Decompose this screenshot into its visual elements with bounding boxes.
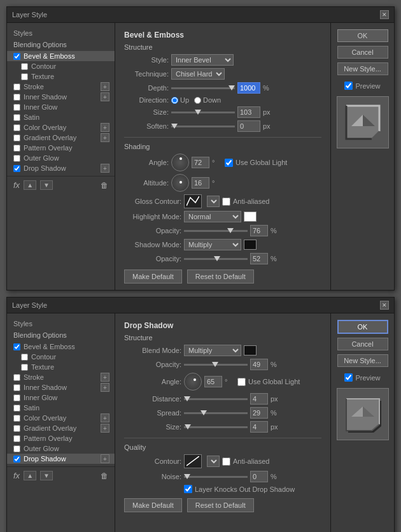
- dialog1-preview-item[interactable]: Preview: [344, 82, 380, 90]
- dialog1-color-overlay-label[interactable]: Color Overlay: [24, 124, 66, 131]
- dialog2-drop-shadow-plus[interactable]: +: [101, 454, 109, 463]
- dialog2-layer-item-bevel[interactable]: Bevel & Emboss: [7, 341, 115, 352]
- dialog2-move-up-btn[interactable]: ▲: [24, 471, 36, 480]
- dialog1-style-select[interactable]: Inner Bevel Outer Bevel Emboss Pillow Em…: [171, 54, 234, 66]
- dialog2-stroke-label[interactable]: Stroke: [24, 373, 44, 381]
- dialog1-drop-shadow-checkbox[interactable]: [13, 165, 20, 172]
- dialog2-blending-options[interactable]: Blending Options: [7, 330, 115, 340]
- dialog2-distance-slider[interactable]: [184, 398, 248, 400]
- dialog2-layer-item-stroke[interactable]: Stroke +: [7, 372, 115, 382]
- dialog2-cancel-btn[interactable]: Cancel: [337, 338, 388, 350]
- dialog2-outer-glow-label[interactable]: Outer Glow: [24, 445, 59, 452]
- dialog1-inner-glow-checkbox[interactable]: [13, 104, 20, 111]
- dialog1-contour-label[interactable]: Contour: [31, 62, 56, 70]
- dialog2-pattern-overlay-label[interactable]: Pattern Overlay: [24, 435, 72, 442]
- dialog2-contour-label[interactable]: Contour: [31, 353, 56, 361]
- dialog1-layer-item-contour[interactable]: Contour: [7, 61, 115, 71]
- dialog2-layer-item-pattern-overlay[interactable]: Pattern Overlay: [7, 433, 115, 443]
- dialog1-direction-down[interactable]: Down: [194, 96, 221, 104]
- dialog1-shadow-color-swatch[interactable]: [244, 240, 257, 250]
- dialog2-inner-glow-checkbox[interactable]: [13, 394, 20, 401]
- dialog2-drop-shadow-label[interactable]: Drop Shadow: [24, 455, 66, 463]
- dialog2-inner-shadow-plus[interactable]: +: [101, 383, 109, 392]
- dialog2-inner-shadow-checkbox[interactable]: [13, 384, 20, 391]
- dialog1-anti-aliased-item[interactable]: Anti-aliased: [222, 198, 269, 206]
- dialog2-preview-item[interactable]: Preview: [344, 373, 380, 382]
- dialog1-stroke-checkbox[interactable]: [13, 83, 20, 90]
- dialog2-color-overlay-plus[interactable]: +: [101, 413, 109, 422]
- dialog2-color-overlay-checkbox[interactable]: [13, 415, 20, 422]
- dialog1-depth-slider[interactable]: [171, 87, 235, 89]
- dialog1-layer-item-stroke[interactable]: Stroke +: [7, 82, 115, 92]
- dialog2-contour-preview[interactable]: [184, 454, 202, 468]
- dialog2-noise-input[interactable]: [250, 471, 268, 482]
- dialog1-ok-btn[interactable]: OK: [337, 29, 388, 42]
- dialog1-pattern-overlay-checkbox[interactable]: [13, 145, 20, 152]
- dialog1-satin-label[interactable]: Satin: [24, 113, 39, 121]
- dialog2-bevel-checkbox[interactable]: [13, 343, 20, 350]
- dialog1-layer-item-gradient-overlay[interactable]: Gradient Overlay +: [7, 133, 115, 143]
- dialog2-inner-shadow-label[interactable]: Inner Shadow: [24, 384, 67, 391]
- dialog1-stroke-label[interactable]: Stroke: [24, 83, 44, 90]
- dialog2-layer-item-gradient-overlay[interactable]: Gradient Overlay +: [7, 423, 115, 433]
- dialog2-layer-item-outer-glow[interactable]: Outer Glow: [7, 443, 115, 454]
- dialog2-spread-input[interactable]: [250, 407, 268, 419]
- dialog2-satin-label[interactable]: Satin: [24, 404, 39, 412]
- dialog2-size-slider[interactable]: [184, 426, 248, 428]
- dialog2-outer-glow-checkbox[interactable]: [13, 445, 20, 452]
- dialog1-inner-shadow-checkbox[interactable]: [13, 94, 20, 101]
- dialog1-new-style-btn[interactable]: New Style...: [337, 62, 388, 75]
- dialog1-direction-up[interactable]: Up: [171, 96, 189, 104]
- dialog1-gradient-overlay-label[interactable]: Gradient Overlay: [24, 134, 76, 141]
- dialog2-move-down-btn[interactable]: ▼: [40, 471, 53, 480]
- dialog1-color-overlay-checkbox[interactable]: [13, 124, 20, 131]
- dialog1-altitude-dial[interactable]: [171, 174, 189, 192]
- dialog1-gradient-overlay-plus[interactable]: +: [101, 133, 109, 142]
- dialog1-highlight-color-swatch[interactable]: [244, 212, 257, 222]
- dialog1-make-default-btn[interactable]: Make Default: [124, 270, 182, 284]
- dialog1-layer-item-inner-shadow[interactable]: Inner Shadow +: [7, 92, 115, 102]
- dialog2-make-default-btn[interactable]: Make Default: [124, 498, 182, 512]
- dialog1-global-light-checkbox[interactable]: [225, 159, 233, 167]
- dialog1-inner-glow-label[interactable]: Inner Glow: [24, 103, 57, 111]
- dialog1-contour-select[interactable]: [207, 196, 220, 207]
- dialog1-layer-item-color-overlay[interactable]: Color Overlay +: [7, 122, 115, 133]
- dialog1-bevel-label[interactable]: Bevel & Emboss: [24, 52, 75, 60]
- dialog1-size-input[interactable]: [237, 106, 260, 118]
- dialog1-outer-glow-checkbox[interactable]: [13, 155, 20, 162]
- dialog2-size-input[interactable]: [250, 421, 268, 433]
- dialog2-opacity-input[interactable]: [250, 359, 268, 370]
- dialog1-cancel-btn[interactable]: Cancel: [337, 46, 388, 59]
- dialog2-texture-checkbox[interactable]: [21, 364, 28, 371]
- dialog1-drop-shadow-label[interactable]: Drop Shadow: [24, 164, 66, 172]
- dialog1-move-down-btn[interactable]: ▼: [40, 180, 53, 190]
- dialog2-blend-color-swatch[interactable]: [244, 345, 257, 356]
- dialog2-stroke-plus[interactable]: +: [101, 373, 109, 382]
- dialog2-layer-item-satin[interactable]: Satin: [7, 403, 115, 413]
- dialog1-highlight-opacity-slider[interactable]: [184, 230, 248, 232]
- dialog1-outer-glow-label[interactable]: Outer Glow: [24, 154, 59, 162]
- dialog1-size-slider[interactable]: [171, 111, 235, 113]
- dialog1-technique-select[interactable]: Chisel Hard Chisel Soft Smooth: [171, 68, 225, 80]
- dialog1-reset-to-default-btn[interactable]: Reset to Default: [187, 270, 254, 284]
- dialog2-layer-item-drop-shadow[interactable]: Drop Shadow +: [7, 454, 115, 464]
- dialog2-blend-mode-select[interactable]: Multiply Normal Screen: [184, 345, 241, 356]
- dialog1-angle-input[interactable]: [192, 157, 209, 168]
- dialog1-texture-label[interactable]: Texture: [31, 73, 54, 80]
- dialog1-inner-shadow-plus[interactable]: +: [101, 92, 109, 101]
- dialog2-inner-glow-label[interactable]: Inner Glow: [24, 394, 57, 401]
- dialog1-contour-checkbox[interactable]: [21, 63, 28, 70]
- dialog2-layer-item-inner-glow[interactable]: Inner Glow: [7, 392, 115, 403]
- dialog1-color-overlay-plus[interactable]: +: [101, 123, 109, 132]
- dialog1-layer-item-outer-glow[interactable]: Outer Glow: [7, 153, 115, 163]
- dialog2-contour-select[interactable]: [207, 456, 220, 467]
- dialog2-reset-to-default-btn[interactable]: Reset to Default: [187, 498, 254, 512]
- dialog2-texture-label[interactable]: Texture: [31, 363, 54, 371]
- dialog2-color-overlay-label[interactable]: Color Overlay: [24, 414, 66, 422]
- dialog1-layer-item-satin[interactable]: Satin: [7, 112, 115, 122]
- dialog1-layer-item-bevel[interactable]: Bevel & Emboss: [7, 51, 115, 61]
- dialog1-preview-checkbox[interactable]: [344, 82, 353, 90]
- dialog1-depth-input[interactable]: [237, 82, 260, 94]
- dialog1-highlight-mode-select[interactable]: Normal Multiply Screen: [184, 211, 241, 222]
- dialog2-anti-aliased-item[interactable]: Anti-aliased: [222, 457, 269, 466]
